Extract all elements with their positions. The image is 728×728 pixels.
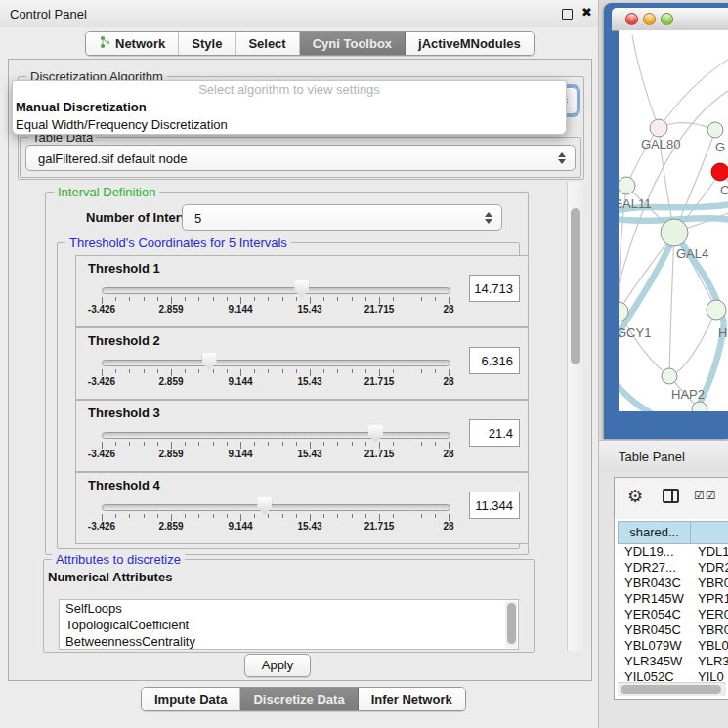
slider-track[interactable] [102, 432, 450, 439]
tick-mark [268, 514, 269, 518]
network-edge[interactable] [669, 233, 674, 376]
network-view-window[interactable]: GAL80GCGAL11GAL4GCY1HHAP2 [604, 3, 728, 439]
tick-mark [379, 297, 380, 304]
tab-label: Style [192, 36, 222, 51]
tab-infer-network[interactable]: Infer Network [359, 688, 465, 710]
tick-mark [365, 442, 366, 446]
tab-style[interactable]: Style [179, 32, 236, 55]
attribute-list-item[interactable]: SelfLoops [60, 600, 518, 617]
threshold-value-field[interactable]: 6.316 [469, 347, 520, 374]
threshold-value-field[interactable]: 14.713 [469, 275, 520, 302]
tick-mark [268, 369, 269, 373]
slider-thumb[interactable] [257, 497, 272, 515]
network-node[interactable] [619, 177, 635, 194]
tab-discretize-data[interactable]: Discretize Data [240, 688, 358, 710]
table-row[interactable]: YBR043CYBR0 [618, 576, 728, 591]
list-scrollbar[interactable] [505, 601, 517, 648]
tab-label: Select [248, 36, 285, 51]
threshold-label: Threshold 1 [88, 261, 160, 276]
float-window-icon[interactable] [562, 9, 573, 20]
table-header-cell[interactable]: n... [691, 521, 728, 544]
popup-option-manual-discretization[interactable]: Manual Discretization [13, 99, 566, 116]
horizontal-scrollbar[interactable] [618, 682, 726, 696]
tab-impute-data[interactable]: Impute Data [142, 688, 240, 710]
tab-network[interactable]: Network [86, 32, 179, 55]
network-edge-thick[interactable] [619, 382, 667, 411]
table-cell: YER0 [691, 607, 728, 622]
close-light[interactable] [625, 13, 638, 25]
numerical-attributes-list[interactable]: SelfLoopsTopologicalCoefficientBetweenne… [59, 599, 519, 650]
vertical-scrollbar-thumb[interactable] [571, 208, 580, 364]
table-row[interactable]: YPR145WYPR1 [618, 591, 728, 607]
slider-track[interactable] [102, 360, 450, 366]
select-columns-icon[interactable]: ☑☑ [694, 489, 717, 502]
tick-mark [227, 297, 228, 301]
top-tab-bar: NetworkStyleSelectCyni ToolboxjActiveMNo… [85, 31, 535, 56]
node-label: HAP2 [671, 387, 705, 402]
network-node[interactable] [707, 300, 726, 320]
tick-mark [352, 514, 353, 518]
tick-mark [407, 442, 407, 446]
tab-label: Infer Network [371, 692, 452, 707]
table-row[interactable]: YLR345WYLR3 [618, 654, 728, 669]
tab-cyni-toolbox[interactable]: Cyni Toolbox [300, 32, 406, 55]
tick-label: 28 [443, 449, 453, 459]
popup-option-equal-width-frequency[interactable]: Equal Width/Frequency Discretization [13, 116, 566, 134]
network-node[interactable] [711, 163, 728, 181]
slider-tick-labels: -3.4262.8599.14415.4321.71528 [102, 376, 449, 388]
slider-track[interactable] [102, 504, 450, 511]
slider-thumb[interactable] [202, 353, 217, 370]
tab-jactivemnodules[interactable]: jActiveMNodules [406, 32, 534, 55]
attribute-list-item[interactable]: BetweennessCentrality [60, 633, 518, 650]
tick-label: 9.144 [228, 304, 252, 315]
close-panel-icon[interactable]: ✖ [581, 5, 592, 20]
apply-button[interactable]: Apply [244, 654, 311, 677]
table-row[interactable]: YBR045CYBR0 [618, 622, 728, 638]
vertical-scrollbar[interactable] [567, 182, 583, 651]
slider-track[interactable] [102, 287, 450, 294]
list-scrollbar-thumb[interactable] [507, 603, 516, 644]
table-data-combo[interactable]: galFiltered.sif default node [25, 145, 576, 171]
network-edge[interactable] [677, 310, 716, 372]
minimize-light[interactable] [643, 13, 656, 25]
table-row[interactable]: YDR27...YDR2 [618, 560, 728, 576]
slider-ticks [102, 297, 449, 304]
zoom-light[interactable] [661, 13, 673, 25]
tick-mark [102, 442, 103, 449]
horizontal-scrollbar-thumb[interactable] [621, 685, 721, 694]
network-node[interactable] [707, 122, 723, 138]
tick-mark [213, 442, 214, 446]
screen: Control Panel ✖ NetworkStyleSelectCyni T… [0, 0, 728, 728]
table-row[interactable]: YDL19...YDL1 [618, 544, 728, 560]
table-row[interactable]: YIL052CYIL0 [618, 669, 728, 681]
table-row[interactable]: YBL079WYBL0 [618, 638, 728, 654]
table-cell: YDL1 [691, 544, 728, 560]
gear-icon[interactable]: ⚙ [627, 486, 643, 507]
network-edge[interactable] [619, 233, 674, 312]
slider-thumb[interactable] [294, 280, 309, 298]
tab-select[interactable]: Select [236, 32, 299, 55]
table-cell: YBR0 [691, 622, 728, 638]
table-header-cell[interactable]: shared... [618, 521, 691, 544]
network-edge[interactable] [632, 35, 659, 128]
network-canvas[interactable]: GAL80GCGAL11GAL4GCY1HHAP2 [619, 30, 728, 411]
threshold-value-field[interactable]: 21.4 [469, 419, 520, 447]
network-tab-icon [99, 35, 110, 52]
tick-mark [407, 369, 407, 373]
number-of-intervals-combo[interactable]: 5 [182, 204, 502, 231]
tick-mark [144, 297, 145, 301]
network-node[interactable] [661, 219, 688, 246]
tick-mark [240, 442, 241, 449]
column-browser-icon[interactable] [663, 489, 679, 503]
tick-mark [171, 514, 172, 521]
tick-mark [282, 369, 283, 373]
tick-mark [296, 514, 297, 518]
table-row[interactable]: YER054CYER0 [618, 607, 728, 622]
network-node[interactable] [650, 119, 667, 137]
network-edge[interactable] [659, 58, 728, 128]
network-node[interactable] [662, 368, 677, 384]
slider-thumb[interactable] [368, 425, 383, 443]
attribute-list-item[interactable]: TopologicalCoefficient [60, 617, 518, 633]
tick-mark [393, 442, 394, 446]
threshold-value-field[interactable]: 11.344 [469, 492, 520, 519]
